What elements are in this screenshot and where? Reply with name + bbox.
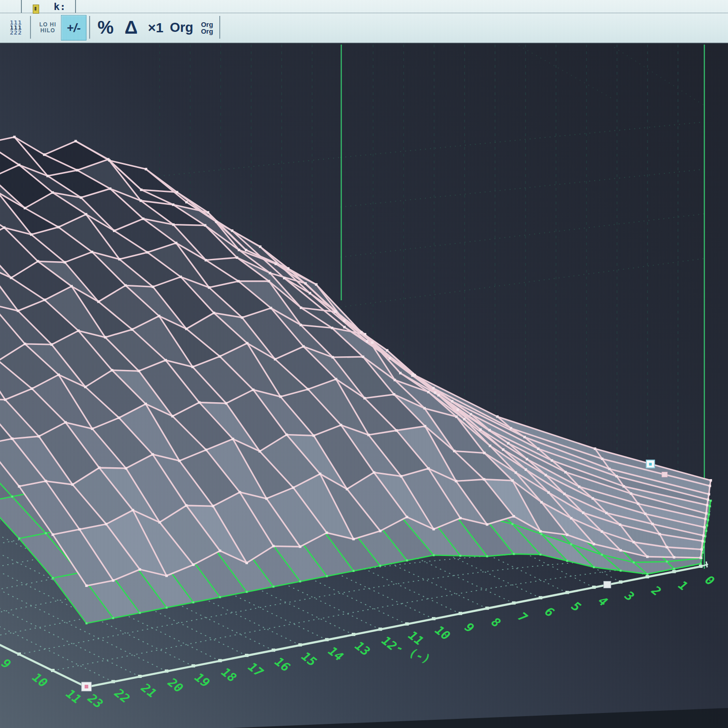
separator [21,0,22,13]
factor-one-button[interactable]: ×1 [144,13,167,42]
flag-icon[interactable] [33,5,39,14]
lohi-line: HILO [40,28,56,34]
original-original-view-button[interactable]: Org Org [197,13,217,42]
org-line: Org [201,21,213,28]
original-view-button[interactable]: Org [168,13,195,42]
mesh-cell-cursor-dot [649,463,652,465]
toolbar-row-main: 111 111 222 LO HI HILO +/- % Δ ×1 Org Or… [0,13,728,44]
x-axis-cursor [604,581,611,588]
lo-hi-display-button[interactable]: LO HI HILO [35,13,60,42]
percent-view-button[interactable]: % [93,13,118,42]
separator [75,0,76,13]
toolbar: k: 111 111 222 LO HI HILO +/- % Δ ×1 Org… [0,0,728,44]
org-line: Org [201,28,213,35]
separator [219,16,220,39]
cursor-icon[interactable]: k: [54,1,72,13]
toolbar-row-top: k: [0,0,728,13]
lohi-line: LO HI [40,22,56,28]
mesh-node-marker [662,472,667,477]
separator [89,16,90,39]
table-icon-line: 222 [10,30,22,35]
axis-origin-cursor-dot [85,685,88,688]
map-3d-view[interactable]: 2322212019181716151413121110987654321011… [0,0,728,728]
delta-view-button[interactable]: Δ [119,13,143,42]
map-table-view-button[interactable]: 111 111 222 [5,13,27,42]
separator [30,16,31,39]
plus-minus-toggle-button[interactable]: +/- [61,15,86,40]
